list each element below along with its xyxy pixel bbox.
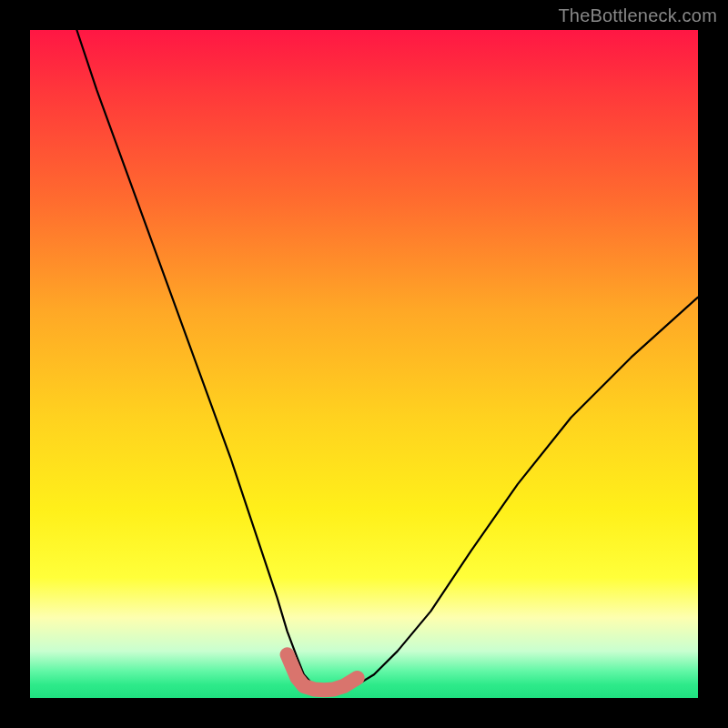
chart-plot-area [30, 30, 698, 698]
bottleneck-curve-path [76, 30, 698, 692]
watermark-text: TheBottleneck.com [558, 5, 717, 26]
chart-svg [30, 30, 698, 698]
